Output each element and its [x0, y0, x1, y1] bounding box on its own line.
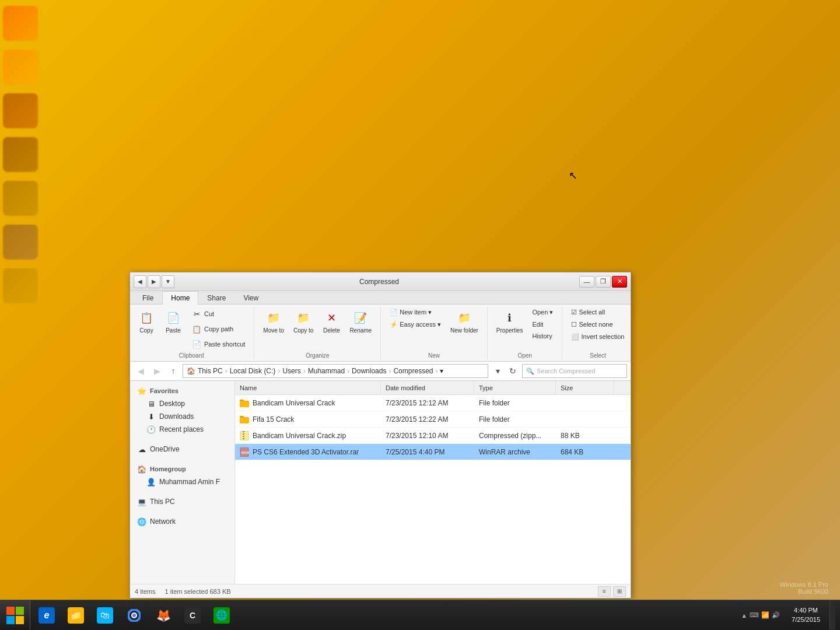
delete-button[interactable]: ✕ Delete [318, 307, 344, 337]
start-button[interactable] [0, 600, 30, 631]
file-date-ps-cs6: 7/25/2015 4:40 PM [381, 447, 474, 457]
svg-text:RAR: RAR [242, 451, 249, 454]
edit-button[interactable]: Edit [528, 319, 557, 330]
file-date-fifa-crack: 7/23/2015 12:22 AM [381, 414, 474, 425]
view-buttons: ≡ ⊞ [598, 586, 626, 597]
window-title: Compressed [179, 278, 579, 286]
nav-network[interactable]: 🌐 Network [130, 515, 235, 528]
taskbar-chrome[interactable] [120, 601, 148, 629]
select-none-button[interactable]: ☐ Select none [567, 319, 628, 330]
nav-favorites-header[interactable]: ⭐ Favorites [130, 384, 235, 397]
col-header-size[interactable]: Size [556, 381, 614, 394]
tab-share[interactable]: Share [198, 291, 235, 304]
minimize-button[interactable]: — [579, 276, 594, 288]
desktop-icon-3[interactable] [3, 93, 38, 128]
quick-down-btn[interactable]: ▼ [162, 275, 174, 288]
close-button[interactable]: ✕ [612, 276, 627, 288]
search-box[interactable]: 🔍 Search Compressed [522, 364, 627, 378]
file-size-bandicam-zip: 88 KB [556, 430, 614, 441]
path-local-disk: Local Disk (C:) [230, 367, 276, 375]
new-item-button[interactable]: 📄 New item ▾ [386, 307, 445, 318]
paste-shortcut-button[interactable]: 📄 Paste shortcut [187, 337, 249, 351]
nav-recent-places[interactable]: 🕐 Recent places [130, 423, 235, 436]
file-row-bandicam-crack[interactable]: Bandicam Universal Crack 7/23/2015 12:12… [235, 395, 631, 411]
dropdown-button[interactable]: ▾ [491, 364, 505, 378]
copy-to-button[interactable]: 📁 Copy to [289, 307, 317, 337]
nav-onedrive[interactable]: ☁ OneDrive [130, 443, 235, 456]
nav-desktop[interactable]: 🖥 Desktop [130, 397, 235, 410]
selection-info: 1 item selected 683 KB [164, 588, 230, 595]
restore-button[interactable]: ❐ [596, 276, 611, 288]
taskbar-app2[interactable]: 🌐 [208, 601, 236, 629]
file-row-ps-cs6[interactable]: RAR PS CS6 Extended 3D Activator.rar 7/2… [235, 444, 631, 460]
invert-selection-button[interactable]: ⬜ Invert selection [567, 331, 628, 342]
desktop-icon-7[interactable] [3, 268, 38, 303]
select-all-button[interactable]: ☑ Select all [567, 307, 628, 318]
recent-places-icon: 🕐 [146, 425, 156, 434]
open-button[interactable]: Open ▾ [528, 307, 557, 318]
taskbar-corel[interactable]: C [178, 601, 206, 629]
quick-back-btn[interactable]: ◀ [134, 275, 146, 288]
tray-volume-icon[interactable]: 🔊 [772, 611, 780, 619]
new-folder-button[interactable]: 📁 New folder [446, 307, 482, 337]
taskbar-clock[interactable]: 4:40 PM 7/25/2015 [787, 606, 825, 624]
history-button[interactable]: History [528, 331, 557, 341]
rename-button[interactable]: 📝 Rename [345, 307, 376, 337]
rename-icon: 📝 [352, 310, 369, 326]
desktop-icon-5[interactable] [3, 181, 38, 216]
desktop-icon-4[interactable] [3, 137, 38, 172]
move-to-button[interactable]: 📁 Move to [259, 307, 288, 337]
file-name-fifa-crack: Fifa 15 Crack [235, 414, 381, 425]
desktop-icon-1[interactable] [3, 6, 38, 41]
copy-path-button[interactable]: 📋 Copy path [187, 322, 249, 336]
select-small-buttons: ☑ Select all ☐ Select none ⬜ Invert sele… [567, 307, 628, 342]
up-button[interactable]: ↑ [166, 364, 180, 378]
address-path[interactable]: 🏠 This PC › Local Disk (C:) › Users › Mu… [183, 364, 488, 378]
tray-up-arrow[interactable]: ▲ [741, 612, 747, 619]
copy-icon: 📋 [138, 310, 155, 326]
taskbar-ie[interactable]: e [33, 601, 61, 629]
tray-network-icon[interactable]: 📶 [761, 611, 769, 619]
taskbar-firefox[interactable]: 🦊 [149, 601, 177, 629]
nav-section-this-pc: 💻 This PC [130, 495, 235, 508]
details-view-button[interactable]: ≡ [598, 586, 611, 597]
zip-icon-bandicam [240, 431, 249, 440]
taskbar-explorer[interactable]: 📁 [62, 601, 90, 629]
new-small-buttons: 📄 New item ▾ ⚡ Easy access ▾ [386, 307, 445, 330]
address-bar-right: ▾ ↻ [491, 364, 520, 378]
desktop-icon-6[interactable] [3, 225, 38, 260]
back-button[interactable]: ◀ [134, 364, 148, 378]
nav-user[interactable]: 👤 Muhammad Amin F [130, 475, 235, 488]
tab-view[interactable]: View [235, 291, 267, 304]
new-group: 📄 New item ▾ ⚡ Easy access ▾ 📁 New folde… [386, 307, 488, 359]
refresh-button[interactable]: ↻ [506, 364, 520, 378]
col-header-name[interactable]: Name [235, 381, 381, 394]
nav-homegroup-header[interactable]: 🏠 Homegroup [130, 463, 235, 475]
tab-home[interactable]: Home [162, 291, 198, 304]
tab-file[interactable]: File [134, 291, 162, 304]
properties-button[interactable]: ℹ Properties [492, 307, 527, 337]
paste-button[interactable]: 📄 Paste [160, 307, 186, 337]
copy-button[interactable]: 📋 Copy [134, 307, 159, 337]
cut-button[interactable]: ✂ Cut [187, 307, 249, 321]
desktop-icon: 🖥 [146, 399, 156, 408]
svg-rect-8 [243, 438, 244, 439]
col-header-date[interactable]: Date modified [381, 381, 474, 394]
corel-icon: C [184, 607, 201, 624]
taskbar-show-desktop[interactable] [830, 600, 835, 631]
svg-rect-5 [243, 431, 244, 432]
ribbon: File Home Share View 📋 Copy 📄 [130, 291, 631, 362]
nav-this-pc[interactable]: 💻 This PC [130, 495, 235, 508]
large-icons-button[interactable]: ⊞ [613, 586, 626, 597]
col-header-type[interactable]: Type [474, 381, 556, 394]
easy-access-button[interactable]: ⚡ Easy access ▾ [386, 319, 445, 330]
file-row-bandicam-zip[interactable]: Bandicam Universal Crack.zip 7/23/2015 1… [235, 428, 631, 444]
taskbar-store[interactable]: 🛍 [91, 601, 119, 629]
tray-keyboard-icon: ⌨ [750, 611, 759, 619]
forward-button[interactable]: ▶ [150, 364, 164, 378]
file-row-fifa-crack[interactable]: Fifa 15 Crack 7/23/2015 12:22 AM File fo… [235, 411, 631, 428]
quick-forward-btn[interactable]: ▶ [148, 275, 160, 288]
desktop-icon-2[interactable] [3, 50, 38, 85]
ribbon-tabs: File Home Share View [130, 291, 631, 304]
nav-downloads[interactable]: ⬇ Downloads [130, 410, 235, 423]
